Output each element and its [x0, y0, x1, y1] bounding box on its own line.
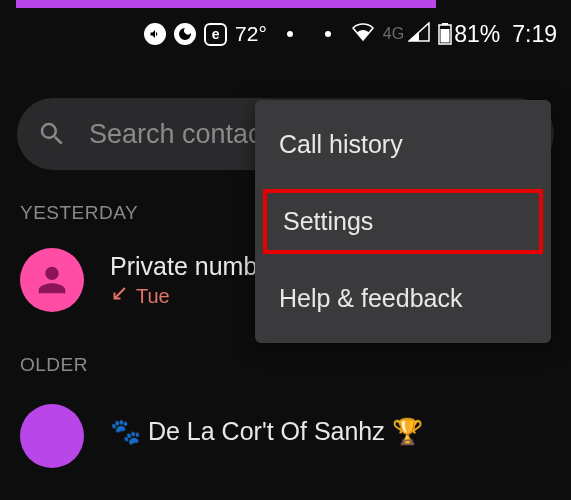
accent-bar: [16, 0, 436, 8]
battery-indicator: 81%: [438, 21, 500, 48]
missed-call-icon: [110, 285, 128, 308]
svg-rect-2: [441, 29, 450, 43]
dnd-icon: [174, 23, 196, 45]
avatar: [20, 404, 84, 468]
call-day: Tue: [136, 285, 170, 308]
signal-icon: [408, 22, 430, 47]
status-dot-2: [325, 31, 331, 37]
temperature: 72°: [235, 22, 267, 46]
e-icon: e: [204, 23, 227, 46]
status-bar: e 72° 4G 81% 7:19: [0, 0, 571, 60]
search-icon: [37, 119, 67, 149]
menu-settings[interactable]: Settings: [263, 189, 543, 254]
wifi-icon: [351, 22, 375, 47]
volume-icon: [144, 23, 166, 45]
status-dot: [287, 31, 293, 37]
call-entry[interactable]: 🐾 De La Cor't Of Sanhz 🏆: [20, 394, 571, 468]
search-placeholder: Search contacts: [89, 119, 283, 150]
overflow-menu: Call history Settings Help & feedback: [255, 100, 551, 343]
avatar: [20, 248, 84, 312]
menu-call-history[interactable]: Call history: [255, 108, 551, 181]
menu-help-feedback[interactable]: Help & feedback: [255, 262, 551, 335]
network-type: 4G: [383, 25, 404, 43]
clock: 7:19: [512, 21, 557, 48]
call-name: 🐾 De La Cor't Of Sanhz 🏆: [110, 417, 423, 446]
section-older: OLDER: [20, 354, 571, 376]
